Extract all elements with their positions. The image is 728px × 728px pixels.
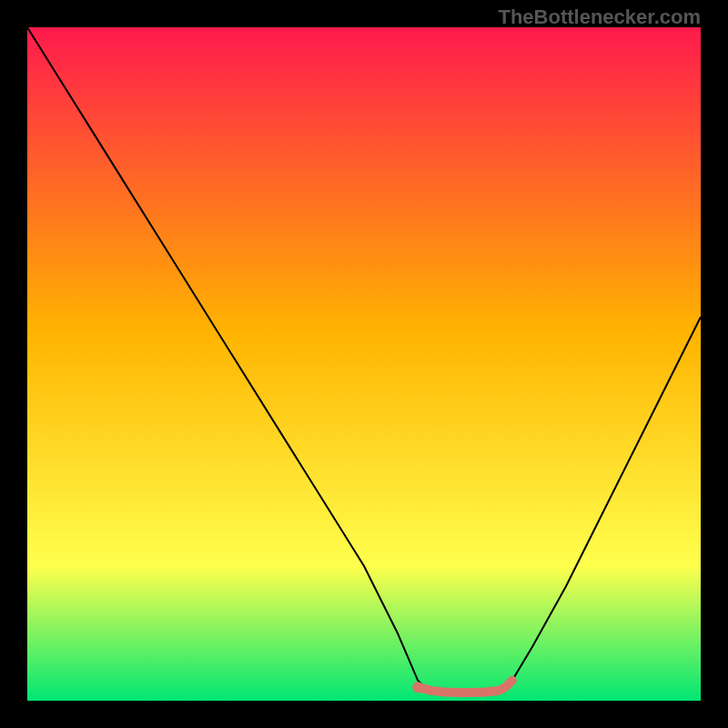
- optimal-range-start-dot: [412, 682, 423, 693]
- gradient-background: [27, 27, 701, 701]
- chart-container: [27, 27, 701, 701]
- bottleneck-chart: [27, 27, 701, 701]
- watermark-text: TheBottlenecker.com: [498, 5, 701, 29]
